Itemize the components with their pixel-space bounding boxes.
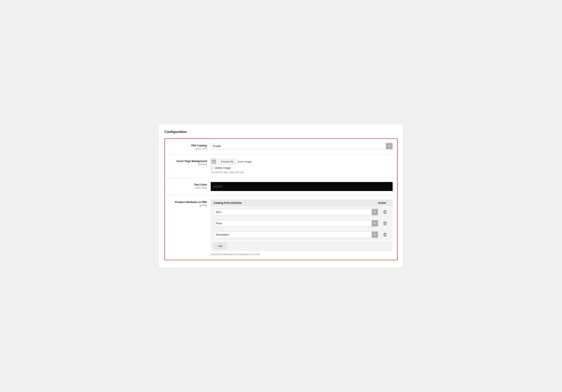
pdf-catalog-label: PDF Catalog [store view] (169, 143, 211, 150)
sku-delete-button[interactable] (383, 209, 387, 215)
text-color-control: #080808 (211, 182, 393, 191)
pdf-catalog-select-wrapper: Enable Disable (211, 143, 393, 149)
price-delete-button[interactable] (383, 221, 387, 226)
text-color-bar[interactable]: #080808 (211, 182, 393, 191)
attribute-row-price: Price SKU Description Name (211, 218, 393, 229)
delete-image-checkbox[interactable] (211, 166, 213, 169)
cover-page-label: Cover Page Background [website] (169, 158, 211, 166)
svg-rect-0 (212, 160, 216, 163)
text-color-row: Text Color [store view] #080808 (165, 178, 397, 195)
trash-icon (383, 233, 387, 237)
add-attribute-button[interactable]: Add (214, 243, 227, 249)
cover-file-row: Choose file Cover Image (211, 158, 393, 165)
config-card: Configuration PDF Catalog [store view] E… (159, 124, 403, 268)
allowed-formats-text: Allowed only 'jpg', 'jpeg' and 'png' (211, 171, 393, 174)
cover-page-row: Cover Page Background [website] (165, 154, 397, 178)
add-row: Add (211, 240, 393, 251)
sku-select-wrapper: SKU Price Description Name (214, 209, 378, 215)
text-color-label: Text Color [store view] (169, 182, 211, 189)
page-title: Configuration (164, 130, 398, 134)
pdf-catalog-control: Enable Disable (211, 143, 393, 149)
page-wrapper: Configuration PDF Catalog [store view] E… (159, 124, 403, 268)
pdf-catalog-row: PDF Catalog [store view] Enable Disable (165, 139, 397, 154)
delete-image-label: Delete Image (215, 166, 230, 169)
trash-icon (383, 210, 387, 214)
sku-action (380, 209, 390, 215)
description-select-wrapper: Description SKU Price Name (214, 231, 378, 238)
delete-image-row: Delete Image (211, 166, 393, 169)
product-attributes-control: Catalog Print Attribute Action SKU Price… (211, 200, 393, 256)
product-attributes-label: Product Attributes in PDF [global] (169, 200, 211, 207)
price-select[interactable]: Price SKU Description Name (214, 220, 378, 226)
attribute-row-sku: SKU Price Description Name (211, 207, 393, 218)
action-header: Action (375, 201, 390, 204)
config-section: PDF Catalog [store view] Enable Disable (164, 138, 398, 260)
trash-icon (383, 222, 387, 225)
attributes-note: Add product attributes to be displayed i… (211, 253, 393, 256)
catalog-print-attribute-header: Catalog Print Attribute (214, 201, 375, 204)
price-action (380, 221, 390, 226)
description-delete-button[interactable] (383, 232, 387, 237)
sku-select[interactable]: SKU Price Description Name (214, 209, 378, 215)
attribute-row-description: Description SKU Price Name (211, 229, 393, 240)
cover-page-control: Choose file Cover Image Delete Image All… (211, 158, 393, 174)
cover-thumbnail-icon (211, 158, 217, 165)
description-action (380, 232, 390, 237)
attributes-table-header: Catalog Print Attribute Action (211, 200, 393, 206)
choose-file-button[interactable]: Choose file (218, 159, 236, 164)
pdf-catalog-select[interactable]: Enable Disable (211, 143, 393, 149)
product-attributes-row: Product Attributes in PDF [global] Catal… (165, 195, 397, 260)
cover-image-label: Cover Image (238, 160, 251, 163)
description-select[interactable]: Description SKU Price Name (214, 231, 378, 238)
price-select-wrapper: Price SKU Description Name (214, 220, 378, 226)
text-color-value: #080808 (213, 185, 222, 188)
